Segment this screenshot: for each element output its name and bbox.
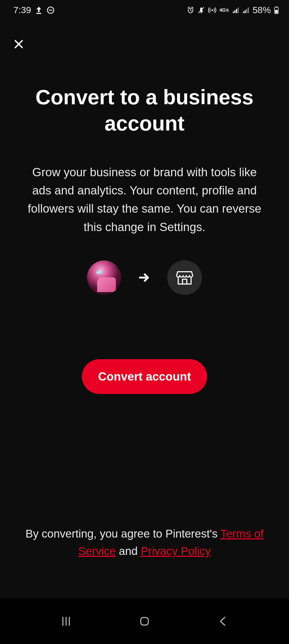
status-right: 4G⇅ 58% bbox=[187, 5, 279, 15]
svg-line-3 bbox=[188, 7, 189, 8]
recents-button[interactable] bbox=[59, 615, 73, 628]
dnd-icon bbox=[47, 6, 55, 14]
home-icon bbox=[138, 615, 151, 628]
arrow-right-icon bbox=[138, 271, 151, 284]
svg-rect-12 bbox=[243, 11, 244, 13]
storefront-icon bbox=[174, 267, 195, 288]
close-button[interactable] bbox=[11, 36, 27, 52]
svg-rect-17 bbox=[276, 6, 277, 7]
network-4g-icon: 4G⇅ bbox=[219, 8, 229, 13]
hotspot-icon bbox=[208, 6, 216, 14]
svg-rect-13 bbox=[245, 10, 246, 13]
svg-rect-25 bbox=[141, 618, 148, 625]
conversion-illustration bbox=[19, 260, 270, 295]
svg-rect-14 bbox=[246, 9, 247, 13]
svg-rect-8 bbox=[233, 11, 234, 13]
status-bar: 7:39 4G⇅ 58% bbox=[0, 0, 289, 20]
svg-rect-21 bbox=[182, 279, 187, 284]
main-content: Convert to a business account Grow your … bbox=[0, 57, 289, 394]
user-avatar bbox=[87, 260, 121, 295]
upload-icon bbox=[35, 6, 42, 14]
signal-icon-2 bbox=[242, 7, 249, 14]
svg-rect-18 bbox=[275, 10, 278, 13]
svg-rect-11 bbox=[238, 7, 239, 13]
svg-point-5 bbox=[200, 12, 202, 13]
recents-icon bbox=[59, 615, 73, 628]
back-icon bbox=[216, 615, 230, 628]
battery-icon bbox=[274, 6, 279, 14]
system-nav-bar bbox=[0, 599, 289, 644]
business-icon-wrap bbox=[167, 260, 202, 295]
privacy-policy-link[interactable]: Privacy Policy bbox=[141, 545, 211, 557]
close-icon bbox=[13, 39, 24, 50]
svg-rect-15 bbox=[248, 7, 249, 13]
home-button[interactable] bbox=[138, 615, 151, 628]
legal-and: and bbox=[116, 545, 141, 557]
back-button[interactable] bbox=[216, 615, 230, 628]
status-left: 7:39 bbox=[13, 5, 55, 15]
svg-line-4 bbox=[192, 7, 193, 8]
convert-account-button[interactable]: Convert account bbox=[82, 359, 207, 394]
svg-rect-10 bbox=[236, 9, 237, 13]
header bbox=[0, 20, 289, 57]
legal-text: By converting, you agree to Pinterest's … bbox=[0, 525, 289, 560]
mute-icon bbox=[197, 6, 205, 14]
svg-point-7 bbox=[211, 9, 213, 11]
svg-rect-9 bbox=[234, 10, 235, 13]
cta-wrap: Convert account bbox=[19, 359, 270, 394]
page-subtitle: Grow your business or brand with tools l… bbox=[19, 163, 270, 236]
page-title: Convert to a business account bbox=[19, 84, 270, 136]
legal-prefix: By converting, you agree to Pinterest's bbox=[25, 527, 220, 540]
battery-percent: 58% bbox=[253, 5, 271, 15]
signal-icon-1 bbox=[232, 7, 239, 14]
status-time: 7:39 bbox=[13, 5, 31, 15]
alarm-icon bbox=[187, 6, 194, 14]
